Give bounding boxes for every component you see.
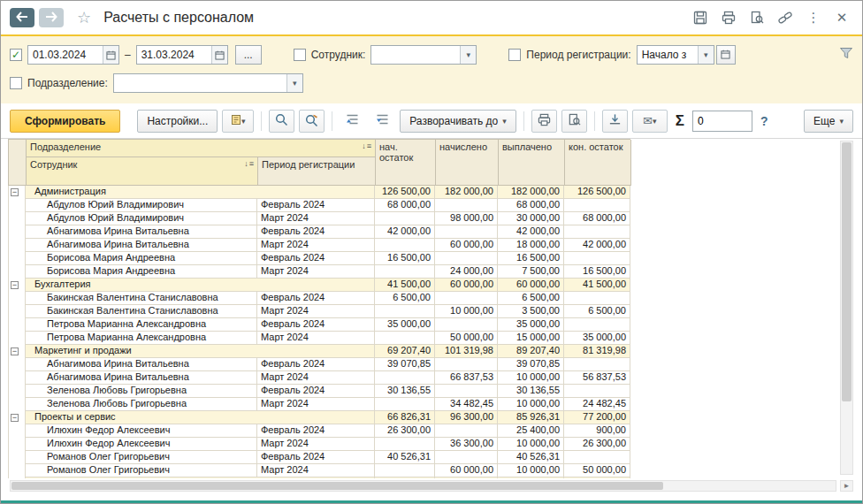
registration-period-combobox[interactable]: Начало з ▾ (637, 45, 714, 65)
table-row[interactable]: Абдулов Юрий ВладимировичМарт 202498 000… (8, 212, 630, 225)
table-row[interactable]: Борисова Мария АндреевнаМарт 202424 000,… (8, 265, 630, 279)
paid: 85 926,31 (498, 411, 564, 424)
chevron-down-icon[interactable]: ▾ (460, 46, 476, 64)
expand-to-button[interactable]: Разворачивать до ▾ (400, 110, 516, 133)
registration-period-value[interactable]: Начало з (638, 46, 698, 64)
vertical-scrollbar[interactable] (840, 141, 853, 475)
filter-settings-button[interactable] (839, 47, 853, 63)
table-row[interactable]: Петрова Марианна АлександровнаМарт 20245… (8, 332, 630, 345)
row-gutter (8, 477, 26, 478)
date-from-field[interactable]: 01.03.2024 (27, 45, 119, 65)
more-menu-button[interactable]: ⋮ (802, 7, 825, 28)
beginning-balance (375, 305, 435, 318)
column-header-employee[interactable]: Сотрудник ↓≡ (27, 157, 258, 186)
search-refresh-icon (305, 113, 318, 129)
employee-combobox[interactable]: ▾ (370, 45, 477, 65)
table-row[interactable]: Бакинская Валентина СтаниславовнаМарт 20… (8, 305, 630, 318)
help-button[interactable]: ? (757, 114, 772, 128)
department-value[interactable] (114, 74, 286, 92)
preview-button-titlebar[interactable] (745, 7, 768, 28)
report-variants-button[interactable]: ▾ (222, 110, 254, 133)
save-report-button[interactable] (602, 110, 628, 133)
period-variants-button[interactable]: ... (235, 45, 262, 65)
employee-value[interactable] (371, 46, 460, 64)
registration-period-calendar-button[interactable] (716, 45, 736, 65)
favorite-star-icon[interactable]: ☆ (77, 10, 91, 26)
table-row[interactable]: Абнагимова Ирина ВитальевнаФевраль 20243… (8, 358, 630, 371)
column-header-accrued[interactable]: начислено (436, 140, 499, 186)
collapse-group-icon[interactable]: − (11, 281, 19, 289)
table-row[interactable]: Илюхин Федор АлексеевичМарт 202436 300,0… (8, 438, 630, 451)
row-gutter (8, 292, 26, 305)
chevron-down-icon[interactable]: ▾ (698, 46, 714, 64)
department-combobox[interactable]: ▾ (113, 73, 303, 93)
print-preview-button[interactable] (561, 110, 587, 133)
settings-button[interactable]: Настройки... (137, 110, 218, 133)
calendar-icon[interactable] (211, 46, 227, 64)
table-row[interactable]: Борисова Мария АндреевнаФевраль 202416 5… (8, 252, 630, 265)
generate-button[interactable]: Сформировать (10, 110, 120, 133)
registration-period-checkbox[interactable] (508, 49, 521, 61)
column-header-period[interactable]: Период регистрации (258, 157, 376, 186)
back-button[interactable] (10, 8, 34, 27)
get-link-button[interactable] (774, 7, 797, 28)
more-actions-button[interactable]: Еще ▾ (804, 110, 853, 133)
employee-checkbox[interactable] (294, 49, 306, 61)
forward-button[interactable] (39, 8, 64, 27)
save-button[interactable] (689, 7, 712, 28)
table-row[interactable]: Абдулов Юрий ВладимировичФевраль 202468 … (8, 199, 630, 212)
calendar-icon[interactable] (103, 46, 118, 64)
group-row[interactable]: −Администрация126 500,00182 000,00182 00… (8, 186, 630, 199)
horizontal-scrollbar[interactable] (10, 480, 836, 492)
send-email-button[interactable]: ✉ ▾ (632, 110, 668, 133)
table-row[interactable]: Абнагимова Ирина ВитальевнаФевраль 20244… (8, 225, 630, 239)
row-gutter (8, 199, 26, 212)
group-row[interactable]: −Проекты и сервис66 826,3196 300,0085 92… (8, 411, 630, 424)
column-header-paid[interactable]: выплачено (499, 140, 565, 186)
table-row[interactable]: Бакинская Валентина СтаниславовнаФевраль… (8, 292, 630, 305)
table-row[interactable]: Абнагимова Ирина ВитальевнаМарт 202466 8… (8, 371, 630, 385)
collapse-group-icon[interactable]: − (11, 188, 19, 196)
search-button[interactable] (269, 110, 294, 133)
expand-groups-button[interactable] (370, 110, 395, 133)
column-header-beginning-balance[interactable]: нач. остаток (376, 140, 436, 186)
table-row[interactable]: Зеленова Любовь ГригорьевнаМарт 202434 4… (8, 398, 630, 411)
scroll-right-button[interactable]: ► (840, 480, 853, 492)
paid: 15 000,00 (498, 332, 564, 345)
department-checkbox[interactable] (10, 77, 22, 89)
date-to-value[interactable]: 31.03.2024 (137, 46, 211, 64)
table-row[interactable]: Зеленова Любовь ГригорьевнаФевраль 20243… (8, 385, 630, 398)
registration-period: Февраль 2024 (257, 292, 375, 305)
collapse-group-icon[interactable]: − (11, 347, 19, 355)
chevron-down-icon[interactable]: ▾ (286, 74, 302, 92)
chevron-down-icon: ▾ (839, 117, 844, 126)
beginning-balance: 16 500,00 (375, 252, 435, 265)
table-row[interactable]: Петрова Марианна АлександровнаФевраль 20… (8, 318, 630, 332)
collapse-group-icon[interactable]: − (11, 414, 19, 422)
group-row[interactable] (8, 477, 630, 478)
print-button[interactable] (531, 110, 557, 133)
period-checkbox[interactable]: ✓ (10, 49, 22, 61)
column-header-department[interactable]: Подразделение ↓≡ (27, 140, 376, 157)
employee-name: Петрова Марианна Александровна (26, 318, 257, 332)
group-row[interactable]: −Бухгалтерия41 500,0060 000,0060 000,004… (8, 279, 630, 292)
table-row[interactable]: Романов Олег ГригорьевичФевраль 202440 5… (8, 451, 630, 464)
date-from-value[interactable]: 01.03.2024 (28, 46, 103, 64)
group-row[interactable]: −Маркетинг и продажи69 207,40101 319,988… (8, 345, 630, 358)
search-next-button[interactable] (299, 110, 325, 133)
beginning-balance: 66 826,31 (375, 411, 435, 424)
print-button-titlebar[interactable] (717, 7, 740, 28)
ending-balance: 35 000,00 (564, 332, 630, 345)
close-button[interactable]: ✕ (830, 7, 853, 28)
column-header-ending-balance[interactable]: кон. остаток (565, 140, 631, 186)
autosum-field[interactable]: 0 (692, 111, 752, 132)
vertical-scrollbar-thumb[interactable] (842, 142, 852, 401)
table-row[interactable]: Романов Олег ГригорьевичМарт 202460 000,… (8, 464, 630, 477)
horizontal-scrollbar-thumb[interactable] (11, 482, 663, 490)
date-to-field[interactable]: 31.03.2024 (136, 45, 228, 65)
table-row[interactable]: Илюхин Федор АлексеевичФевраль 202426 30… (8, 424, 630, 438)
autosum-icon[interactable]: Σ (672, 112, 688, 130)
accrued: 182 000,00 (435, 186, 498, 199)
table-row[interactable]: Абнагимова Ирина ВитальевнаМарт 202460 0… (8, 239, 630, 252)
collapse-groups-button[interactable] (340, 110, 365, 133)
